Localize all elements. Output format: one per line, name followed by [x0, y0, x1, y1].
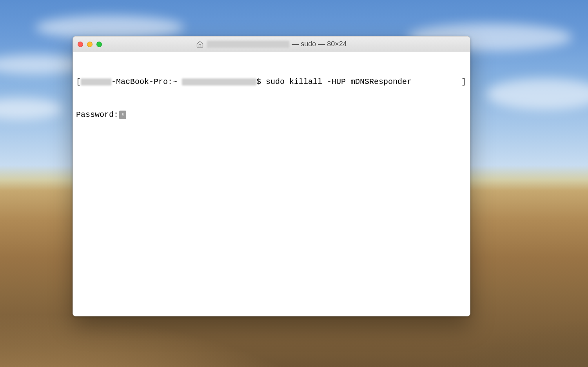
svg-rect-2 — [122, 116, 123, 116]
title-suffix-text: — sudo — 80×24 — [292, 40, 347, 48]
terminal-line-1: [-MacBook-Pro:~ $ sudo killall -HUP mDNS… — [76, 76, 467, 87]
password-prompt-label: Password: — [76, 109, 118, 120]
terminal-line-2: Password: — [76, 109, 467, 120]
window-minimize-button[interactable] — [87, 42, 93, 47]
redacted-hostname — [81, 78, 111, 85]
key-icon — [119, 111, 126, 119]
entered-command: sudo killall -HUP mDNSResponder — [266, 76, 412, 87]
redacted-username — [182, 78, 256, 85]
cloud-decoration — [0, 98, 63, 120]
window-zoom-button[interactable] — [96, 42, 102, 47]
title-redacted-hostname — [207, 41, 289, 48]
prompt-close-bracket: ] — [461, 76, 467, 87]
window-traffic-lights — [78, 42, 102, 47]
prompt-open-bracket: [ — [76, 76, 81, 87]
home-folder-icon — [196, 40, 204, 48]
prompt-host-fragment: -MacBook-Pro:~ — [111, 76, 182, 87]
terminal-content[interactable]: [-MacBook-Pro:~ $ sudo killall -HUP mDNS… — [73, 52, 470, 145]
cloud-decoration — [35, 16, 184, 39]
cloud-decoration — [486, 78, 588, 110]
terminal-window[interactable]: — sudo — 80×24 [-MacBook-Pro:~ $ sudo ki… — [73, 36, 470, 316]
window-titlebar[interactable]: — sudo — 80×24 — [73, 36, 470, 52]
svg-point-0 — [122, 113, 123, 115]
prompt-symbol: $ — [256, 76, 266, 87]
window-title: — sudo — 80×24 — [73, 40, 470, 48]
window-close-button[interactable] — [78, 42, 83, 47]
